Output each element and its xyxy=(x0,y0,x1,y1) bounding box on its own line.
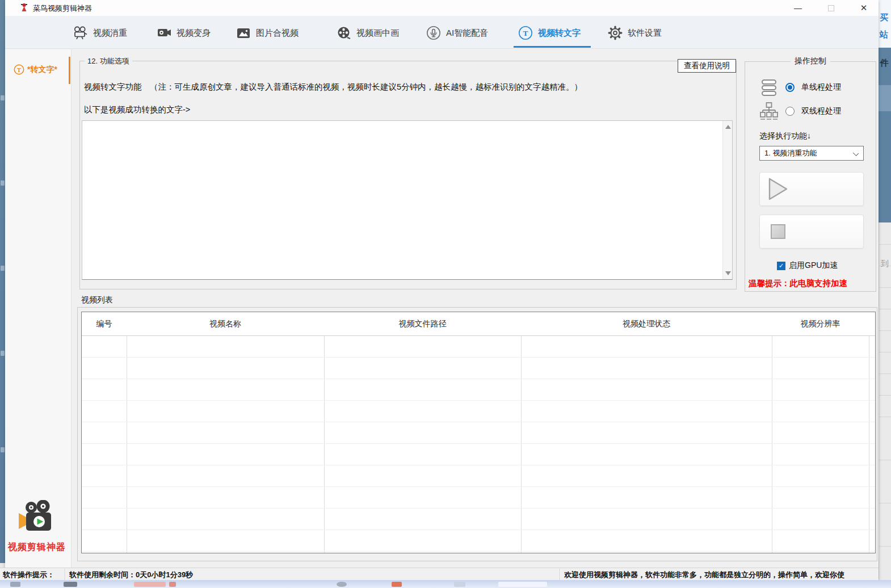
taskbar-icon[interactable] xyxy=(64,582,77,587)
column-header-spacer xyxy=(869,312,875,335)
radio-selected[interactable] xyxy=(785,83,795,92)
chevron-down-icon xyxy=(853,150,859,156)
group-legend: 12. 功能选项 xyxy=(85,56,132,66)
status-bar: 软件操作提示： 软件使用剩余时间：0天0小时1分39秒 欢迎使用视频剪辑神器，软… xyxy=(0,568,879,580)
radio-label: 单线程处理 xyxy=(801,82,841,93)
column-header-number[interactable]: 编号 xyxy=(82,312,127,335)
tab-label: 软件设置 xyxy=(628,28,662,39)
taskbar-icon[interactable] xyxy=(10,582,20,587)
movie-camera-icon xyxy=(73,26,88,40)
video-list-legend: 视频列表 xyxy=(81,295,113,305)
function-select-value: 1. 视频消重功能 xyxy=(764,148,817,158)
sidebar-item-to-text[interactable]: T *转文字* xyxy=(14,64,57,75)
start-button[interactable] xyxy=(759,172,864,206)
transcript-hint: 以下是视频成功转换的文字-> xyxy=(84,104,190,115)
close-button[interactable]: ✕ xyxy=(851,0,877,16)
radio-unselected[interactable] xyxy=(785,107,795,116)
status-separator xyxy=(65,569,65,580)
title-bar xyxy=(5,0,879,16)
table-row xyxy=(82,422,875,444)
table-row xyxy=(82,444,875,465)
taskbar-icon[interactable] xyxy=(169,582,176,587)
app-logo-icon xyxy=(19,3,29,12)
tab-video-dedupe[interactable]: 视频消重 xyxy=(73,25,127,41)
sidebar-item-label: *转文字* xyxy=(27,65,57,75)
tab-picture-in-picture[interactable]: 视频画中画 xyxy=(336,25,399,41)
tab-settings[interactable]: 软件设置 xyxy=(607,25,662,41)
active-tab-indicator xyxy=(514,46,591,48)
function-select[interactable]: 1. 视频消重功能 xyxy=(759,146,864,161)
stop-button[interactable] xyxy=(759,215,864,249)
taskbar-icon[interactable] xyxy=(392,582,402,587)
background-window-left-edge xyxy=(0,0,5,563)
welcome-text: 欢迎使用视频剪辑神器，软件功能非常多，功能都是独立分明的，操作简单，欢迎你使 xyxy=(564,570,844,580)
taskbar-icon[interactable] xyxy=(337,582,347,587)
table-row xyxy=(82,487,875,509)
feature-description: 视频转文字功能 （注：可生成原创文章，建议导入普通话标准的视频，视频时长建议5分… xyxy=(84,82,731,93)
tab-video-to-text[interactable]: T 视频转文字 xyxy=(518,25,581,41)
table-header: 编号 视频名称 视频文件路径 视频处理状态 视频分辨率 xyxy=(82,312,875,336)
view-instructions-button[interactable]: 查看使用说明 xyxy=(678,59,736,73)
table-row xyxy=(82,401,875,422)
gpu-acceleration-option[interactable]: ✓ 启用GPU加速 xyxy=(777,261,838,271)
checkbox-checked-icon[interactable]: ✓ xyxy=(777,262,785,270)
svg-text:T: T xyxy=(17,67,21,73)
film-reel-icon xyxy=(336,26,351,40)
play-icon xyxy=(768,178,789,200)
background-text-fragment: 站 xyxy=(880,30,888,40)
image-icon xyxy=(236,26,251,40)
table-row xyxy=(82,379,875,401)
table-row xyxy=(82,336,875,358)
text-t-icon: T xyxy=(14,64,24,75)
taskbar-icon[interactable] xyxy=(134,582,166,587)
video-table[interactable]: 编号 视频名称 视频文件路径 视频处理状态 视频分辨率 xyxy=(81,312,876,553)
tab-ai-dubbing[interactable]: AI智能配音 xyxy=(426,25,488,41)
single-thread-option[interactable]: 单线程处理 xyxy=(759,78,841,97)
hierarchy-icon xyxy=(759,102,779,121)
group-legend: 操作控制 xyxy=(791,56,830,66)
column-header-status[interactable]: 视频处理状态 xyxy=(521,312,772,335)
background-text-fragment: 件 xyxy=(880,58,889,69)
stop-icon xyxy=(771,224,785,239)
column-header-path[interactable]: 视频文件路径 xyxy=(324,312,521,335)
windows-taskbar[interactable] xyxy=(0,580,891,588)
transcript-textarea[interactable] xyxy=(82,120,733,280)
scroll-down-icon[interactable] xyxy=(725,271,731,275)
minimize-button[interactable]: — xyxy=(785,0,811,16)
background-glyph xyxy=(1,447,5,452)
maximize-icon xyxy=(828,5,834,11)
remaining-time-text: 软件使用剩余时间：0天0小时1分39秒 xyxy=(69,570,193,580)
taskbar-icon[interactable] xyxy=(498,582,547,587)
status-prefix: 软件操作提示： xyxy=(3,570,54,580)
tab-label: 视频消重 xyxy=(93,28,127,39)
vertical-scrollbar[interactable] xyxy=(722,121,732,279)
window-title: 菜鸟视频剪辑神器 xyxy=(33,3,92,14)
radio-label: 双线程处理 xyxy=(801,106,841,116)
background-glyph xyxy=(1,95,5,100)
background-window-right-gray: 到 xyxy=(879,222,891,580)
logo-caption: 视频剪辑神器 xyxy=(5,541,69,553)
maximize-button[interactable] xyxy=(818,0,844,16)
table-row xyxy=(82,358,875,379)
text-t-icon: T xyxy=(518,26,533,40)
background-window-right-top: 买 站 xyxy=(879,0,891,48)
background-glyph xyxy=(1,351,5,356)
taskbar-icon[interactable] xyxy=(454,582,465,587)
background-text-fragment: 到 xyxy=(881,259,889,269)
table-row xyxy=(82,509,875,530)
scroll-up-icon[interactable] xyxy=(725,125,731,129)
svg-text:T: T xyxy=(523,29,528,37)
column-header-name[interactable]: 视频名称 xyxy=(127,312,324,335)
background-window-right-blue: 件 xyxy=(879,48,891,222)
background-glyph xyxy=(1,180,5,186)
gpu-support-hint: 温馨提示：此电脑支持加速 xyxy=(749,278,847,289)
tab-image-to-video[interactable]: 图片合视频 xyxy=(236,25,299,41)
table-row xyxy=(82,465,875,487)
gear-icon xyxy=(607,26,623,40)
column-header-resolution[interactable]: 视频分辨率 xyxy=(772,312,869,335)
microphone-icon xyxy=(426,26,441,40)
sidebar-active-indicator xyxy=(69,57,70,84)
dual-thread-option[interactable]: 双线程处理 xyxy=(759,102,841,121)
tab-video-transform[interactable]: 视频变身 xyxy=(156,25,211,41)
operation-control-group: 操作控制 单线程处理 双线程处理 选择执行功能↓ 1. 视频消重功能 xyxy=(745,61,876,292)
